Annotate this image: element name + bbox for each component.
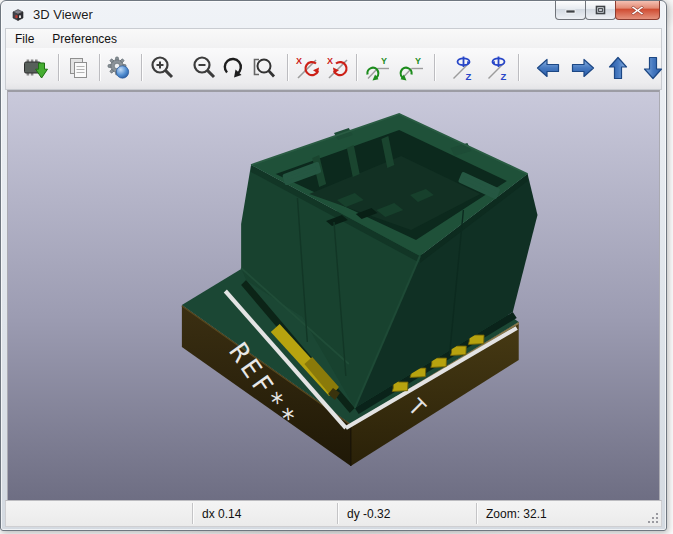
rotate-z-neg-button[interactable]: Z <box>483 53 513 83</box>
rotate-z-neg-icon: Z <box>485 55 511 81</box>
reload-board-icon <box>22 55 48 81</box>
pan-up-icon <box>605 55 631 81</box>
pan-left-icon <box>535 55 561 81</box>
svg-text:X: X <box>327 56 333 66</box>
status-zoom: Zoom: 32.1 <box>478 501 661 526</box>
toolbar-separator <box>287 54 289 81</box>
app-icon <box>10 7 26 23</box>
toolbar: X X Y <box>5 48 662 90</box>
statusbar: dx 0.14 dy -0.32 Zoom: 32.1 <box>5 500 662 527</box>
status-dy: dy -0.32 <box>339 501 476 526</box>
svg-text:X: X <box>296 56 302 66</box>
maximize-icon <box>595 5 606 15</box>
3d-viewport[interactable]: REF** T <box>7 90 660 500</box>
window-title: 3D Viewer <box>33 7 93 22</box>
copy-image-icon <box>66 55 92 81</box>
svg-text:Z: Z <box>501 71 507 82</box>
menu-file[interactable]: File <box>6 30 43 48</box>
rotate-x-pos-icon: X <box>295 55 321 81</box>
3d-viewer-window: 3D Viewer File Preferences <box>0 0 667 531</box>
rotate-y-neg-icon: Y <box>398 55 424 81</box>
maximize-button[interactable] <box>585 1 616 20</box>
resize-grip[interactable] <box>648 513 659 524</box>
reload-board-button[interactable] <box>20 53 50 83</box>
minimize-button[interactable] <box>555 1 586 20</box>
svg-text:Z: Z <box>466 71 472 82</box>
titlebar[interactable]: 3D Viewer <box>5 1 662 28</box>
rotate-x-pos-button[interactable]: X <box>293 53 323 83</box>
zoom-out-icon <box>191 55 217 81</box>
toolbar-separator <box>99 54 101 81</box>
display-options-button[interactable] <box>103 53 133 83</box>
3d-scene: REF** T <box>8 92 659 500</box>
rotate-x-neg-icon: X <box>326 55 352 81</box>
rotate-y-pos-icon: Y <box>364 55 390 81</box>
status-dx: dx 0.14 <box>194 501 337 526</box>
menubar: File Preferences <box>5 28 662 48</box>
redraw-view-icon <box>221 55 247 81</box>
rotate-y-pos-button[interactable]: Y <box>362 53 392 83</box>
close-button[interactable] <box>615 1 660 20</box>
pan-down-icon <box>640 55 666 81</box>
pan-up-button[interactable] <box>603 53 633 83</box>
svg-text:Y: Y <box>415 56 421 66</box>
svg-text:Y: Y <box>381 56 387 66</box>
zoom-in-icon <box>149 55 175 81</box>
display-options-icon <box>105 55 131 81</box>
zoom-out-button[interactable] <box>189 53 219 83</box>
pan-left-button[interactable] <box>533 53 563 83</box>
rotate-x-neg-button[interactable]: X <box>324 53 354 83</box>
pan-right-button[interactable] <box>568 53 598 83</box>
toolbar-separator <box>58 54 60 81</box>
pan-down-button[interactable] <box>638 53 668 83</box>
zoom-fit-button[interactable] <box>249 53 279 83</box>
copy-image-button[interactable] <box>64 53 94 83</box>
rotate-z-pos-button[interactable]: Z <box>448 53 478 83</box>
toolbar-separator <box>434 54 436 81</box>
zoom-fit-icon <box>251 55 277 81</box>
toolbar-separator <box>356 54 358 81</box>
rotate-z-pos-icon: Z <box>450 55 476 81</box>
minimize-icon <box>565 6 577 15</box>
rotate-y-neg-button[interactable]: Y <box>396 53 426 83</box>
zoom-in-button[interactable] <box>147 53 177 83</box>
menu-preferences[interactable]: Preferences <box>43 30 126 48</box>
toolbar-separator <box>518 54 520 81</box>
pan-right-icon <box>570 55 596 81</box>
close-icon <box>631 5 644 16</box>
redraw-view-button[interactable] <box>219 53 249 83</box>
toolbar-separator <box>141 54 143 81</box>
status-field-blank <box>6 501 192 526</box>
